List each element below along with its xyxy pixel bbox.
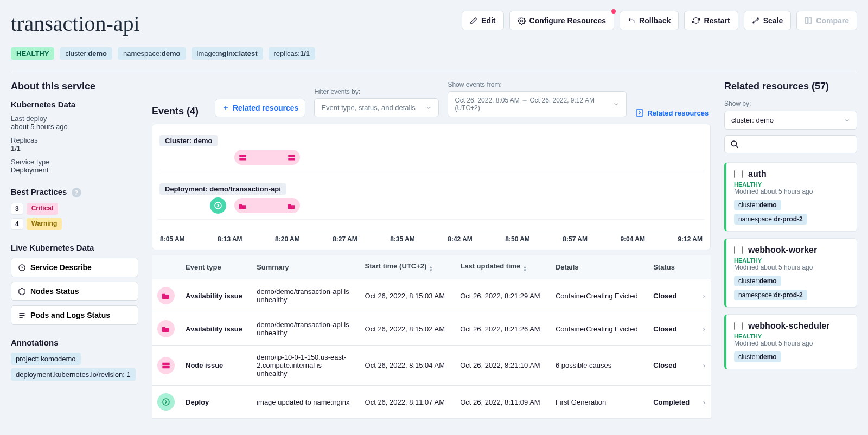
svg-rect-16 <box>162 362 169 365</box>
svg-rect-12 <box>239 158 246 160</box>
col-updated-time[interactable]: Last updated time▲▼ <box>455 255 550 279</box>
folder-icon <box>288 202 296 210</box>
table-row[interactable]: Node issuedemo/ip-10-0-1-150.us-east-2.c… <box>152 346 711 386</box>
summary-cell: demo/demo/transaction-api is unhealthy <box>251 279 359 312</box>
timeline-event-pill[interactable] <box>234 198 300 213</box>
resource-modified: Modified about 5 hours ago <box>734 340 849 347</box>
col-details[interactable]: Details <box>550 255 648 279</box>
resource-card[interactable]: webhook-workerHEALTHYModified about 5 ho… <box>724 238 857 308</box>
related-resources-link[interactable]: Related resources <box>635 108 709 117</box>
best-practices-header: Best Practices ? <box>11 187 138 197</box>
date-range-dropdown[interactable]: Oct 26, 2022, 8:05 AM → Oct 26, 2022, 9:… <box>448 91 627 117</box>
table-row[interactable]: Availability issuedemo/demo/transaction-… <box>152 279 711 312</box>
svg-point-0 <box>520 20 522 22</box>
chevron-right-icon[interactable]: › <box>703 292 705 300</box>
timeline-axis: 8:05 AM 8:13 AM 8:20 AM 8:27 AM 8:35 AM … <box>158 232 705 244</box>
resource-checkbox[interactable] <box>734 322 743 330</box>
resource-card[interactable]: webhook-schedulerHEALTHYModified about 5… <box>724 314 857 369</box>
details-cell: First Generation <box>550 386 648 419</box>
events-panel: Events (4) Related resources Filter even… <box>152 81 711 419</box>
service-type-value: Deployment <box>11 166 138 174</box>
event-type-cell: Availability issue <box>180 279 251 312</box>
related-resources-button[interactable]: Related resources <box>215 99 305 117</box>
gear-icon <box>518 17 526 25</box>
chevron-right-icon[interactable]: › <box>703 398 705 406</box>
show-events-label: Show events from: <box>448 81 627 88</box>
bp-critical-row[interactable]: 3 Critical <box>11 203 138 215</box>
status-cell: Closed <box>648 279 698 312</box>
svg-rect-13 <box>288 155 295 157</box>
availability-issue-icon <box>157 287 175 304</box>
svg-rect-14 <box>288 158 295 160</box>
k8s-data-header: Kubernetes Data <box>11 100 138 109</box>
updated-time-cell: Oct 26, 2022, 8:21:10 AM <box>455 346 550 386</box>
nodes-status-button[interactable]: Nodes Status <box>11 282 138 301</box>
summary-cell: image updated to name:nginx <box>251 386 359 419</box>
replicas-label: Replicas <box>11 136 138 144</box>
tags-row: HEALTHY cluster:demo namespace:demo imag… <box>11 47 857 71</box>
scale-button[interactable]: Scale <box>744 11 792 30</box>
pods-logs-button[interactable]: Pods and Logs Status <box>11 305 138 325</box>
expand-icon <box>635 108 644 117</box>
svg-line-20 <box>736 145 738 148</box>
status-cell: Completed <box>648 386 698 419</box>
right-sidebar: Related resources (57) Show by: cluster:… <box>724 81 857 419</box>
tag-replicas[interactable]: replicas:1/1 <box>269 47 316 60</box>
help-icon[interactable]: ? <box>72 188 81 197</box>
tag-image[interactable]: image:nginx:latest <box>192 47 263 60</box>
col-status[interactable]: Status <box>648 255 698 279</box>
status-cell: Closed <box>648 312 698 346</box>
resource-tag: cluster:demo <box>734 200 781 210</box>
annotation-tag[interactable]: deployment.kubernetes.io/revision: 1 <box>11 368 136 381</box>
restart-button[interactable]: Restart <box>684 11 738 30</box>
compare-button: Compare <box>796 11 857 30</box>
server-icon <box>288 153 296 162</box>
resource-checkbox[interactable] <box>734 170 743 178</box>
svg-point-15 <box>215 202 221 209</box>
col-start-time[interactable]: Start time (UTC+2)▲▼ <box>360 255 455 279</box>
updated-time-cell: Oct 26, 2022, 8:11:09 AM <box>455 386 550 419</box>
svg-rect-3 <box>809 18 811 24</box>
timeline-group-cluster: Cluster: demo <box>159 135 218 146</box>
configure-resources-button[interactable]: Configure Resources <box>509 11 615 30</box>
resource-card[interactable]: authHEALTHYModified about 5 hours agoclu… <box>724 162 857 232</box>
live-k8s-header: Live Kubernetes Data <box>11 243 138 252</box>
tag-namespace[interactable]: namespace:demo <box>118 47 186 60</box>
timeline-deploy-marker[interactable] <box>210 197 226 214</box>
table-row[interactable]: Availability issuedemo/demo/transaction-… <box>152 312 711 346</box>
showby-dropdown[interactable]: cluster: demo <box>724 111 857 130</box>
events-table: Event type Summary Start time (UTC+2)▲▼ … <box>152 255 711 419</box>
rollback-button[interactable]: Rollback <box>620 11 679 30</box>
filter-events-dropdown[interactable]: Event type, status, and details <box>314 98 439 117</box>
node-issue-icon <box>157 357 175 374</box>
resource-tag: namespace:dr-prod-2 <box>734 290 807 300</box>
svg-rect-17 <box>162 366 169 368</box>
related-search-input[interactable] <box>724 135 857 153</box>
sort-icon: ▲▼ <box>429 266 433 272</box>
tag-cluster[interactable]: cluster:demo <box>60 47 112 60</box>
resource-checkbox[interactable] <box>734 246 743 254</box>
svg-rect-11 <box>239 155 246 157</box>
edit-button[interactable]: Edit <box>462 11 503 30</box>
table-row[interactable]: Deployimage updated to name:nginxOct 26,… <box>152 386 711 419</box>
resource-health: HEALTHY <box>734 333 849 340</box>
annotation-tag[interactable]: project: komodemo <box>11 353 81 365</box>
about-title: About this service <box>11 81 138 92</box>
refresh-icon <box>692 17 700 24</box>
chevron-right-icon[interactable]: › <box>703 361 705 369</box>
folder-icon <box>239 202 247 210</box>
svg-rect-2 <box>806 18 808 24</box>
event-type-cell: Node issue <box>180 346 251 386</box>
resource-tag: namespace:dr-prod-2 <box>734 214 807 225</box>
resource-health: HEALTHY <box>734 257 849 264</box>
last-deploy-value: about 5 hours ago <box>11 123 138 131</box>
service-describe-button[interactable]: Service Describe <box>11 258 138 277</box>
chevron-right-icon[interactable]: › <box>703 325 705 333</box>
resource-modified: Modified about 5 hours ago <box>734 264 849 271</box>
updated-time-cell: Oct 26, 2022, 8:21:26 AM <box>455 312 550 346</box>
details-cell: 6 possible causes <box>550 346 648 386</box>
col-summary[interactable]: Summary <box>251 255 359 279</box>
timeline-event-pill[interactable] <box>234 150 300 165</box>
col-event-type[interactable]: Event type <box>180 255 251 279</box>
bp-warning-row[interactable]: 4 Warning <box>11 218 138 230</box>
